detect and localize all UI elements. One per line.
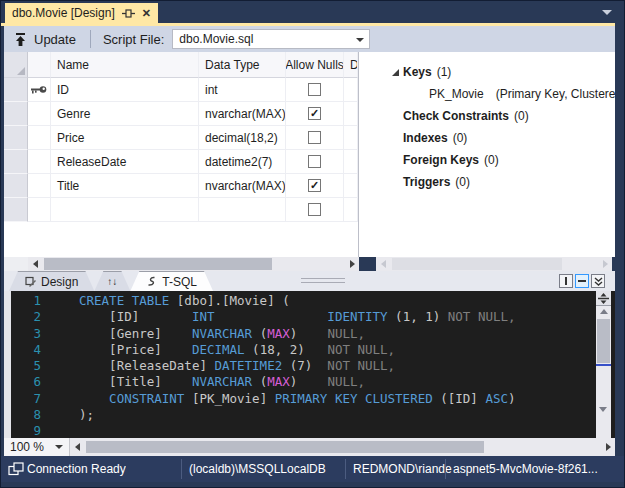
- default-cell[interactable]: [344, 102, 358, 126]
- status-bar: Connection Ready(localdb)\MSSQLLocalDBRE…: [1, 456, 625, 482]
- code-line[interactable]: 7 CONSTRAINT [PK_Movie] PRIMARY KEY CLUS…: [4, 391, 589, 407]
- update-button[interactable]: Update: [4, 28, 86, 50]
- grid-row[interactable]: Titlenvarchar(MAX)✓: [4, 174, 358, 198]
- code-line[interactable]: 2 [ID] INT IDENTITY (1, 1) NOT NULL,: [4, 309, 589, 325]
- code-line[interactable]: 3 [Genre] NVARCHAR (MAX) NULL,: [4, 326, 589, 342]
- editor-vertical-scrollbar[interactable]: [596, 291, 611, 438]
- allow-nulls-checkbox[interactable]: [308, 203, 321, 216]
- document-tab-strip: dbo.Movie [Design] ✕: [1, 1, 625, 23]
- grid-row[interactable]: Genrenvarchar(MAX)✓: [4, 102, 358, 126]
- allow-nulls-checkbox[interactable]: ✓: [308, 179, 321, 192]
- name-cell[interactable]: ID: [51, 78, 199, 102]
- row-header[interactable]: [4, 198, 28, 222]
- scroll-left-icon[interactable]: [376, 257, 390, 271]
- select-all-corner[interactable]: [4, 52, 28, 78]
- grid-header-data-type[interactable]: Data Type: [199, 52, 286, 78]
- scroll-thumb[interactable]: [392, 258, 562, 270]
- pane-splitter-grip[interactable]: [301, 278, 345, 286]
- code-line[interactable]: 9: [4, 423, 589, 438]
- status-separator: [181, 459, 182, 479]
- allow-nulls-checkbox[interactable]: [308, 155, 321, 168]
- tsql-editor[interactable]: 1CREATE TABLE [dbo].[Movie] (2 [ID] INT …: [4, 291, 615, 438]
- scroll-left-icon[interactable]: [70, 440, 84, 454]
- grid-horizontal-scrollbar[interactable]: [4, 257, 359, 271]
- name-cell[interactable]: [51, 198, 199, 222]
- scroll-right-icon[interactable]: [345, 257, 359, 271]
- combo-dropdown-icon: [356, 38, 364, 42]
- line-number: 3: [4, 326, 41, 342]
- tab-overflow-dropdown-icon[interactable]: [602, 10, 612, 15]
- grid-header-allow-nulls[interactable]: Allow Nulls: [286, 52, 344, 78]
- allow-nulls-checkbox[interactable]: ✓: [308, 107, 321, 120]
- grid-header-row: Name Data Type Allow Nulls D: [4, 52, 358, 78]
- name-cell[interactable]: Title: [51, 174, 199, 198]
- default-cell[interactable]: [344, 150, 358, 174]
- script-file-combobox[interactable]: dbo.Movie.sql: [172, 29, 370, 49]
- document-tab[interactable]: dbo.Movie [Design] ✕: [5, 3, 158, 23]
- name-cell[interactable]: Genre: [51, 102, 199, 126]
- tree-item[interactable]: Foreign Keys(0): [360, 149, 615, 171]
- key-cell: [28, 78, 51, 102]
- close-icon[interactable]: ✕: [142, 8, 151, 19]
- name-cell[interactable]: Price: [51, 126, 199, 150]
- row-header[interactable]: [4, 174, 28, 198]
- data-type-cell[interactable]: nvarchar(MAX): [199, 174, 286, 198]
- name-cell[interactable]: ReleaseDate: [51, 150, 199, 174]
- horizontal-split-button[interactable]: [575, 274, 589, 288]
- grid-row[interactable]: IDint: [4, 78, 358, 102]
- scroll-up-icon[interactable]: [600, 309, 608, 314]
- scroll-thumb[interactable]: [86, 441, 484, 453]
- row-header[interactable]: [4, 102, 28, 126]
- scroll-right-icon[interactable]: [598, 257, 612, 271]
- swap-panes-button[interactable]: ↑↓: [94, 271, 130, 291]
- allow-nulls-checkbox[interactable]: [308, 131, 321, 144]
- panel-horizontal-scrollbar[interactable]: [376, 257, 612, 271]
- code-line[interactable]: 1CREATE TABLE [dbo].[Movie] (: [4, 293, 589, 309]
- grid-row[interactable]: [4, 198, 358, 222]
- collapse-pane-button[interactable]: [591, 274, 605, 288]
- scroll-right-icon[interactable]: [601, 440, 615, 454]
- grid-row[interactable]: ReleaseDatedatetime2(7): [4, 150, 358, 174]
- tree-item[interactable]: Indexes(0): [360, 127, 615, 149]
- editor-zoom-select[interactable]: 100 %: [4, 438, 70, 456]
- tree-item[interactable]: Check Constraints(0): [360, 105, 615, 127]
- tree-item[interactable]: Triggers(0): [360, 171, 615, 193]
- default-cell[interactable]: [344, 78, 358, 102]
- data-type-cell[interactable]: nvarchar(MAX): [199, 102, 286, 126]
- default-cell[interactable]: [344, 198, 358, 222]
- vertical-split-button[interactable]: [559, 274, 573, 288]
- tree-item[interactable]: Keys(1): [360, 61, 615, 83]
- code-line[interactable]: 6 [Title] NVARCHAR (MAX) NULL,: [4, 374, 589, 390]
- expander-expanded-icon[interactable]: [391, 68, 400, 77]
- tree-child-item[interactable]: PK_Movie(Primary Key, Clustered: I: [360, 83, 615, 105]
- allow-nulls-checkbox[interactable]: [308, 83, 321, 96]
- default-cell[interactable]: [344, 126, 358, 150]
- grid-header-name[interactable]: Name: [51, 52, 199, 78]
- default-cell[interactable]: [344, 174, 358, 198]
- pane-tab-strip: Design ↑↓ T-SQL: [4, 271, 615, 291]
- status-separator: [345, 459, 346, 479]
- pin-icon[interactable]: [122, 9, 135, 18]
- scroll-thumb[interactable]: [44, 258, 272, 270]
- row-header[interactable]: [4, 150, 28, 174]
- data-type-cell[interactable]: datetime2(7): [199, 150, 286, 174]
- scroll-thumb[interactable]: [597, 319, 610, 363]
- tab-design[interactable]: Design: [9, 271, 94, 291]
- allow-nulls-cell: [286, 126, 344, 150]
- line-number: 7: [4, 391, 41, 407]
- row-header[interactable]: [4, 126, 28, 150]
- data-type-cell[interactable]: [199, 198, 286, 222]
- row-header[interactable]: [4, 78, 28, 102]
- data-type-cell[interactable]: int: [199, 78, 286, 102]
- scroll-left-icon[interactable]: [28, 257, 42, 271]
- data-type-cell[interactable]: decimal(18,2): [199, 126, 286, 150]
- grid-header-default[interactable]: D: [344, 52, 358, 78]
- editor-split-handle[interactable]: [596, 291, 611, 306]
- swap-arrows-icon: ↑↓: [107, 276, 117, 287]
- scroll-down-icon[interactable]: [599, 407, 607, 412]
- code-line[interactable]: 4 [Price] DECIMAL (18, 2) NOT NULL,: [4, 342, 589, 358]
- code-line[interactable]: 5 [ReleaseDate] DATETIME2 (7) NOT NULL,: [4, 358, 589, 374]
- tab-tsql[interactable]: T-SQL: [130, 271, 213, 291]
- code-line[interactable]: 8);: [4, 407, 589, 423]
- grid-row[interactable]: Pricedecimal(18,2): [4, 126, 358, 150]
